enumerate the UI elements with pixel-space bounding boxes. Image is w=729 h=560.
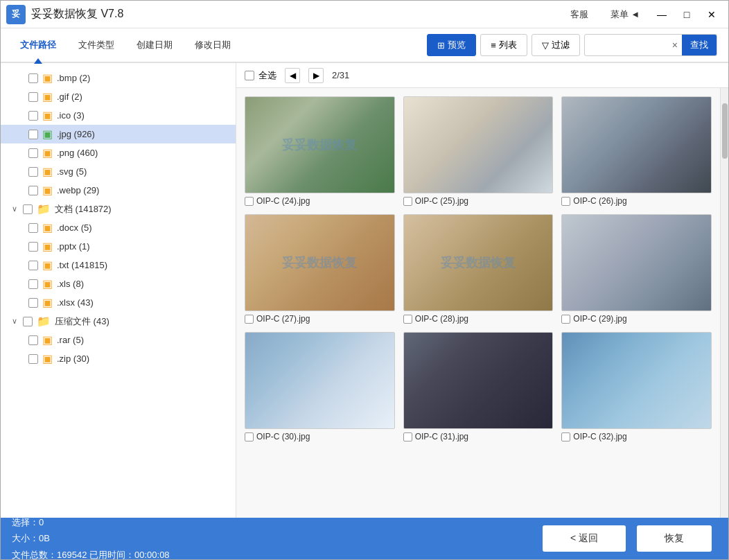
watermark-24: 妥妥数据恢复 — [282, 137, 357, 153]
window-controls: — □ ✕ — [651, 5, 723, 24]
sidebar-item-archive-folder[interactable]: ∨ 📁 压缩文件 (43) — [1, 312, 236, 331]
sidebar-item-webp[interactable]: ▣ .webp (29) — [1, 181, 236, 200]
preview-toolbar: 全选 ◀ ▶ 2/31 — [236, 63, 728, 88]
image-thumbnail-26[interactable] — [561, 96, 712, 193]
grid-checkbox-29[interactable] — [561, 315, 570, 324]
sidebar-checkbox-gif[interactable] — [28, 92, 38, 102]
tab-filepath[interactable]: 文件路径 — [12, 33, 64, 57]
prev-page-button[interactable]: ◀ — [285, 68, 300, 83]
watermark-27: 妥妥数据恢复 — [282, 254, 357, 271]
preview-scrollbar[interactable] — [720, 88, 728, 518]
sidebar-checkbox-zip[interactable] — [28, 354, 38, 364]
preview-view-button[interactable]: ⊞ 预览 — [427, 34, 476, 56]
sidebar-checkbox-archive[interactable] — [23, 317, 33, 326]
watermark-28: 妥妥数据恢复 — [441, 254, 516, 271]
folder-icon-png: ▣ — [42, 146, 53, 159]
folder-icon-xlsx: ▣ — [42, 296, 53, 309]
sidebar-item-xlsx[interactable]: ▣ .xlsx (43) — [1, 293, 236, 312]
grid-checkbox-31[interactable] — [403, 432, 412, 441]
expand-archive-icon[interactable]: ∨ — [12, 317, 17, 326]
sidebar-checkbox-txt[interactable] — [28, 261, 38, 270]
sidebar-item-svg[interactable]: ▣ .svg (5) — [1, 162, 236, 181]
minimize-button[interactable]: — — [651, 5, 673, 24]
app-title: 妥妥数据恢复 V7.8 — [31, 7, 565, 21]
sidebar-item-docs-folder[interactable]: ∨ 📁 文档 (141872) — [1, 200, 236, 218]
sidebar-checkbox-webp[interactable] — [28, 186, 38, 195]
sidebar-item-rar[interactable]: ▣ .rar (5) — [1, 331, 236, 349]
image-thumbnail-25[interactable] — [403, 96, 554, 193]
grid-label-32: OIP-C (32).jpg — [561, 432, 712, 441]
filter-button[interactable]: ▽ 过滤 — [532, 34, 580, 56]
next-page-button[interactable]: ▶ — [308, 68, 324, 83]
folder-icon-pptx: ▣ — [42, 240, 53, 253]
sidebar-item-bmp[interactable]: ▣ .bmp (2) — [1, 69, 236, 87]
grid-checkbox-30[interactable] — [245, 432, 254, 441]
sidebar-item-gif[interactable]: ▣ .gif (2) — [1, 87, 236, 106]
sidebar-checkbox-bmp[interactable] — [28, 73, 38, 83]
grid-checkbox-25[interactable] — [403, 197, 412, 206]
image-thumbnail-27[interactable]: 妥妥数据恢复 — [245, 214, 395, 311]
sidebar-item-zip[interactable]: ▣ .zip (30) — [1, 349, 236, 368]
search-clear-button[interactable]: × — [668, 37, 682, 53]
sidebar-item-png[interactable]: ▣ .png (460) — [1, 143, 236, 162]
scrollbar-thumb[interactable] — [722, 103, 728, 159]
image-grid: 妥妥数据恢复 OIP-C (24).jpg OIP-C (25).jpg — [236, 88, 720, 518]
sidebar-checkbox-pptx[interactable] — [28, 242, 38, 252]
sidebar-item-txt[interactable]: ▣ .txt (141815) — [1, 256, 236, 274]
sidebar-checkbox-xlsx[interactable] — [28, 298, 38, 308]
tab-createdate[interactable]: 创建日期 — [128, 33, 181, 57]
sidebar-item-jpg[interactable]: ▣ .jpg (926) — [1, 125, 236, 143]
grid-checkbox-28[interactable] — [403, 315, 412, 324]
search-find-button[interactable]: 查找 — [682, 35, 717, 55]
grid-label-24: OIP-C (24).jpg — [245, 196, 395, 206]
sidebar-checkbox-docs[interactable] — [23, 204, 33, 214]
grid-label-26: OIP-C (26).jpg — [561, 196, 712, 206]
folder-icon-gif: ▣ — [42, 90, 53, 103]
list-view-button[interactable]: ≡ 列表 — [480, 34, 527, 56]
image-thumbnail-32[interactable] — [561, 332, 712, 429]
grid-item-7: OIP-C (31).jpg — [403, 332, 554, 441]
sidebar-checkbox-rar[interactable] — [28, 335, 38, 345]
grid-checkbox-32[interactable] — [561, 432, 570, 441]
status-selection: 选择：0 — [12, 514, 537, 530]
app-logo: 妥 — [6, 5, 26, 24]
select-all-checkbox[interactable] — [245, 71, 254, 80]
tab-modifydate[interactable]: 修改日期 — [186, 33, 239, 57]
maximize-button[interactable]: □ — [676, 5, 698, 24]
sidebar-checkbox-svg[interactable] — [28, 167, 38, 177]
folder-icon-xls: ▣ — [42, 277, 53, 290]
sidebar-checkbox-docx[interactable] — [28, 223, 38, 233]
sidebar-checkbox-ico[interactable] — [28, 111, 38, 121]
grid-item-3: 妥妥数据恢复 OIP-C (27).jpg — [245, 214, 395, 324]
image-thumbnail-31[interactable] — [403, 332, 554, 429]
image-thumbnail-29[interactable] — [561, 214, 712, 311]
folder-icon-txt: ▣ — [42, 259, 53, 272]
back-button[interactable]: < 返回 — [543, 525, 626, 552]
folder-icon-zip: ▣ — [42, 352, 53, 365]
image-thumbnail-24[interactable]: 妥妥数据恢复 — [245, 96, 395, 193]
grid-checkbox-24[interactable] — [245, 197, 254, 206]
sidebar-item-pptx[interactable]: ▣ .pptx (1) — [1, 237, 236, 256]
grid-checkbox-26[interactable] — [561, 197, 570, 206]
recover-button[interactable]: 恢复 — [637, 525, 712, 552]
sidebar-checkbox-jpg[interactable] — [28, 130, 38, 139]
close-button[interactable]: ✕ — [701, 5, 723, 24]
folder-icon-ico: ▣ — [42, 109, 53, 122]
menu-button[interactable]: 菜单 ◄ — [605, 6, 646, 24]
expand-docs-icon[interactable]: ∨ — [12, 204, 17, 213]
image-thumbnail-28[interactable]: 妥妥数据恢复 — [403, 214, 554, 311]
service-button[interactable]: 客服 — [565, 6, 594, 24]
sidebar-item-docx[interactable]: ▣ .docx (5) — [1, 218, 236, 237]
sidebar-item-xls[interactable]: ▣ .xls (8) — [1, 274, 236, 293]
tab-filetype[interactable]: 文件类型 — [70, 33, 123, 57]
grid-label-27: OIP-C (27).jpg — [245, 314, 395, 324]
search-input[interactable] — [585, 37, 668, 54]
sidebar-checkbox-png[interactable] — [28, 148, 38, 158]
sidebar-checkbox-xls[interactable] — [28, 279, 38, 289]
image-thumbnail-30[interactable] — [245, 332, 395, 429]
grid-checkbox-27[interactable] — [245, 315, 254, 324]
grid-item-4: 妥妥数据恢复 OIP-C (28).jpg — [403, 214, 554, 324]
folder-icon-archive: 📁 — [37, 315, 51, 328]
status-total: 文件总数：169542 已用时间：00:00:08 — [12, 547, 537, 560]
sidebar-item-ico[interactable]: ▣ .ico (3) — [1, 106, 236, 125]
